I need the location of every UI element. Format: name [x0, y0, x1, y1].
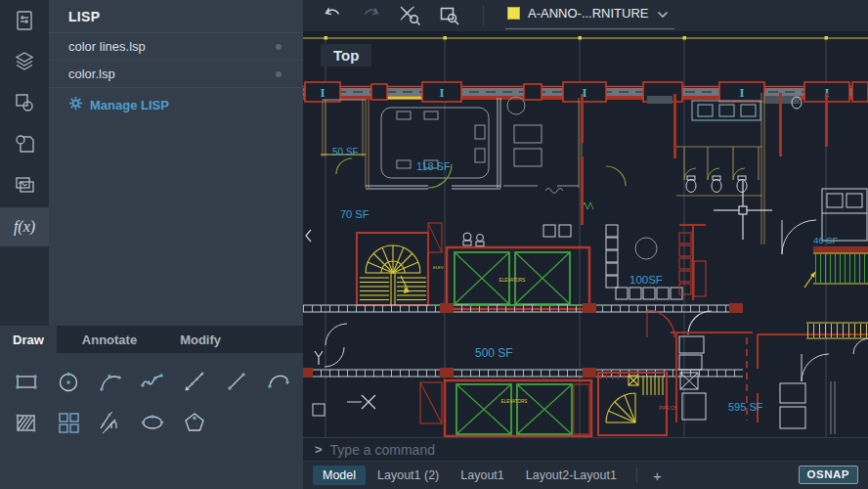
arc-tool-icon[interactable] — [90, 365, 132, 398]
manage-lisp-button[interactable]: Manage LISP — [49, 88, 303, 113]
room-area-label: 70 SF — [340, 208, 369, 220]
layout-tabs-divider — [636, 467, 637, 483]
tab-model[interactable]: Model — [313, 466, 366, 485]
app-window: f(x) LISP color lines.lsp color.lsp Mana… — [0, 0, 868, 489]
tab-annotate[interactable]: Annotate — [68, 326, 151, 353]
lower-elevators — [420, 380, 591, 436]
zoom-to-object-button[interactable] — [399, 4, 422, 27]
layer-name: A-ANNO-...RNITURE — [528, 6, 649, 21]
view-cube-top[interactable]: Top — [321, 44, 371, 67]
svg-text:I: I — [320, 85, 325, 100]
sidebar-item-images[interactable] — [0, 168, 49, 205]
tab-layout2-layout1[interactable]: Layout2-Layout1 — [516, 466, 627, 485]
room-area-label: 46 SF — [813, 235, 839, 245]
circle-tool-icon[interactable] — [48, 365, 90, 398]
attachment-icon — [13, 132, 36, 159]
red-walls — [581, 93, 828, 225]
room-area-label: 118 SF — [416, 160, 451, 172]
image-icon — [13, 173, 36, 200]
datum-line — [303, 36, 868, 40]
main-stair — [357, 233, 428, 305]
lisp-panel: LISP color lines.lsp color.lsp Manage LI… — [49, 0, 303, 326]
polygon-tool-icon[interactable] — [173, 406, 215, 439]
lisp-item-status-dot[interactable] — [276, 71, 282, 77]
hatch-tool-icon[interactable] — [6, 406, 48, 439]
panel-title: LISP — [49, 0, 303, 32]
layout-tabs-bar: Model Layout1 (2) Layout1 Layout2-Layout… — [303, 461, 868, 489]
crosshair-cursor — [714, 181, 772, 240]
undo-button[interactable] — [321, 4, 344, 27]
drawing-viewport: III II — [303, 31, 868, 437]
lisp-file-item[interactable]: color lines.lsp — [49, 33, 303, 61]
block-tool-icon[interactable] — [48, 406, 90, 439]
elev-label: ELEV — [433, 265, 444, 270]
draw-tools-section: Draw Annotate Modify — [0, 326, 303, 489]
tool-grid — [0, 353, 303, 489]
sidebar-item-lisp[interactable]: f(x) — [0, 207, 49, 246]
blocks-icon — [13, 91, 36, 118]
sidebar-rail: f(x) — [0, 0, 49, 326]
osnap-toggle[interactable]: OSNAP — [799, 466, 858, 484]
right-stair-horizontal — [806, 323, 868, 354]
core-room — [606, 225, 706, 300]
sidebar-item-properties[interactable] — [0, 4, 49, 41]
construction-line-tool-icon[interactable] — [173, 365, 215, 398]
tab-layout1-2[interactable]: Layout1 (2) — [368, 466, 449, 485]
tool-tabs: Draw Annotate Modify — [0, 326, 303, 353]
right-lower-rooms — [758, 246, 868, 434]
svg-text:I: I — [739, 85, 744, 100]
ellipse-tool-icon[interactable] — [132, 406, 174, 439]
pipe-label: PIPE CH — [659, 406, 676, 411]
top-wall-band: III II — [303, 82, 868, 104]
lisp-fx-icon: f(x) — [14, 218, 35, 236]
chevron-down-icon — [657, 5, 669, 22]
gear-icon — [68, 96, 83, 113]
sidebar: f(x) LISP color lines.lsp color.lsp Mana… — [0, 0, 303, 489]
measure-tool-icon[interactable] — [90, 406, 132, 439]
lisp-file-name: color lines.lsp — [68, 39, 146, 54]
restrooms — [676, 97, 802, 196]
sidebar-item-attachments[interactable] — [0, 127, 49, 164]
right-stair-green — [804, 246, 868, 288]
main-area: A-ANNO-...RNITURE — [303, 0, 868, 489]
tab-modify[interactable]: Modify — [166, 326, 235, 353]
tab-draw[interactable]: Draw — [0, 326, 57, 353]
room-area-label: 100SF — [629, 274, 663, 286]
upper-elevators — [428, 223, 589, 309]
sidebar-item-blocks[interactable] — [0, 86, 49, 123]
drawing-canvas[interactable]: III II — [303, 31, 868, 437]
room-area-label: 50 SF — [332, 147, 359, 157]
room-area-label: 500 SF — [475, 346, 513, 360]
arc-continue-tool-icon[interactable] — [257, 365, 299, 398]
command-placeholder: Type a command — [330, 442, 435, 458]
elevators-label: ELEVATORS — [499, 278, 526, 283]
canvas-toolbar: A-ANNO-...RNITURE — [303, 0, 868, 31]
lisp-item-status-dot[interactable] — [276, 44, 282, 50]
toolbar-divider — [483, 6, 484, 25]
command-input[interactable]: > Type a command — [303, 437, 868, 461]
zoom-window-button[interactable] — [438, 4, 461, 27]
lisp-file-name: color.lsp — [68, 67, 115, 81]
rectangle-tool-icon[interactable] — [6, 365, 48, 398]
manage-lisp-label: Manage LISP — [90, 98, 169, 112]
tan-walls — [761, 93, 764, 244]
layers-icon — [13, 50, 36, 77]
room-area-label: 595 SF — [728, 401, 763, 413]
line-tool-icon[interactable] — [215, 365, 257, 398]
tab-layout1[interactable]: Layout1 — [451, 466, 513, 485]
bottom-left-misc — [306, 230, 375, 416]
command-prompt-icon: > — [315, 442, 323, 457]
svg-text:I: I — [439, 85, 444, 100]
spiral-stair — [598, 373, 667, 435]
redo-button[interactable] — [360, 4, 383, 27]
spline-tool-icon[interactable] — [132, 365, 174, 398]
elevators-label: ELEVATORS — [501, 399, 528, 404]
layer-dropdown[interactable]: A-ANNO-...RNITURE — [505, 3, 674, 29]
sidebar-item-layers[interactable] — [0, 45, 49, 82]
properties-icon — [13, 9, 36, 36]
lisp-file-item[interactable]: color.lsp — [49, 61, 303, 88]
layer-color-swatch — [507, 7, 520, 20]
add-layout-button[interactable]: + — [647, 467, 668, 484]
